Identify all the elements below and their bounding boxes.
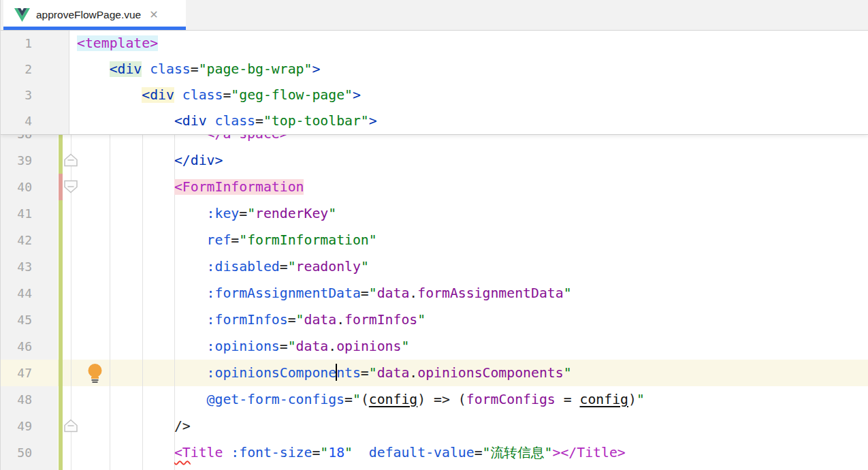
code-token: :font-size (231, 445, 312, 460)
code-token (77, 232, 207, 248)
code-line[interactable]: 40 <FormInformation (1, 174, 868, 200)
line-number[interactable]: 2 (1, 57, 32, 82)
editor-tab-approveflowpage[interactable]: approveFlowPage.vue ✕ (3, 0, 186, 30)
code-line[interactable]: 46 :opinions="data.opinions" (1, 333, 868, 360)
code-token: "formInformation" (239, 232, 376, 248)
code-token: . (336, 312, 344, 328)
code-line[interactable]: 1<template> (1, 31, 868, 57)
code-token: ( (361, 392, 369, 407)
sticky-lines-panel: 1<template>2 <div class="page-bg-wrap">3… (1, 31, 868, 135)
line-number[interactable]: 1 (1, 31, 32, 57)
line-number[interactable]: 38 (1, 135, 32, 147)
code-token: "page-bg-wrap" (199, 61, 312, 77)
code-token: readonly (296, 259, 361, 275)
line-number[interactable]: 44 (1, 280, 32, 307)
code-token: data (377, 365, 410, 381)
line-number[interactable]: 49 (1, 413, 32, 439)
fold-collapse-icon[interactable] (63, 153, 78, 167)
code-token: > (369, 113, 377, 129)
code-token: = (288, 312, 296, 328)
code-token: ref (207, 232, 231, 248)
code-token: " (564, 365, 572, 381)
code-text: <template> (77, 31, 158, 57)
code-line[interactable]: 49 /> (1, 413, 868, 439)
tab-bar: approveFlowPage.vue ✕ (1, 0, 868, 31)
code-token: ( (458, 392, 466, 407)
code-token: = (239, 206, 247, 221)
code-token: = (223, 87, 231, 103)
code-line[interactable]: 38 </a-space> (1, 135, 868, 147)
code-text: <div class="page-bg-wrap"> (77, 57, 320, 82)
editor[interactable]: 38 </a-space>39 </div>40 <FormInformatio… (1, 135, 868, 470)
line-number[interactable]: 39 (1, 147, 32, 174)
line-number[interactable]: 45 (1, 307, 32, 333)
line-number[interactable]: 42 (1, 227, 32, 253)
close-icon[interactable]: ✕ (149, 10, 158, 20)
code-token: > (553, 445, 561, 460)
code-line[interactable]: 45 :formInfos="data.formInfos" (1, 307, 868, 333)
code-token (77, 259, 207, 275)
lightbulb-icon[interactable] (86, 363, 104, 383)
code-token: = (556, 392, 580, 407)
change-strip-deleted (59, 174, 63, 200)
code-token: data (304, 312, 337, 328)
code-token: " (361, 259, 369, 275)
code-text: /> (77, 413, 191, 439)
code-token: " (369, 285, 377, 301)
code-line[interactable]: 44 :formAssignmentData="data.formAssignm… (1, 280, 868, 307)
code-line[interactable]: 4 <div class="top-toolbar"> (1, 108, 868, 134)
code-token: " (564, 285, 572, 301)
code-line[interactable]: 39 </div> (1, 147, 868, 174)
fold-collapse-icon[interactable] (63, 180, 78, 193)
code-token: = (191, 61, 199, 77)
code-line[interactable]: 42 ref="formInformation" (1, 227, 868, 253)
code-token (77, 392, 207, 407)
code-token (77, 135, 207, 142)
code-token (77, 418, 174, 434)
line-number[interactable]: 4 (1, 108, 32, 134)
code-token: formConfigs (466, 392, 556, 407)
code-token: > (353, 87, 361, 103)
vue-logo-icon (14, 8, 30, 22)
code-token: </Title> (560, 445, 625, 460)
code-token: " (344, 445, 353, 460)
line-number[interactable]: 40 (1, 174, 32, 200)
tab-title: approveFlowPage.vue (36, 9, 141, 21)
code-token: " (320, 445, 328, 460)
code-token: :formAssignmentData (207, 285, 361, 301)
code-token: 18 (328, 445, 344, 460)
code-text: ref="formInformation" (77, 227, 377, 253)
code-line[interactable]: 47 :opinionsComponents="data.opinionsCom… (1, 360, 868, 386)
code-line[interactable]: 2 <div class="page-bg-wrap"> (1, 57, 868, 82)
code-token: = (255, 113, 263, 129)
code-line[interactable]: 43 :disabled="readonly" (1, 253, 868, 280)
code-token: default-value (369, 445, 475, 460)
code-text: :formAssignmentData="data.formAssignment… (77, 280, 572, 307)
code-token: = (231, 232, 239, 248)
line-number[interactable]: 43 (1, 253, 32, 280)
code-token (77, 87, 142, 103)
code-token: = (361, 285, 369, 301)
line-number[interactable]: 46 (1, 333, 32, 360)
code-line[interactable]: 3 <div class="geg-flow-page"> (1, 82, 868, 108)
line-number[interactable]: 47 (1, 360, 32, 386)
code-line[interactable]: 48 @get-form-configs="(config) => (formC… (1, 386, 868, 413)
code-token: data (296, 339, 329, 354)
code-token (77, 61, 110, 77)
line-number[interactable]: 50 (1, 439, 32, 466)
fold-collapse-icon[interactable] (63, 419, 78, 433)
code-line[interactable]: 50 <Title :font-size="18" default-value=… (1, 439, 868, 466)
code-token (353, 445, 369, 460)
line-number[interactable]: 41 (1, 200, 32, 227)
code-line[interactable]: 41 :key="renderKey" (1, 200, 868, 227)
code-text: :opinionsComponents="data.opinionsCompon… (77, 360, 572, 386)
code-token (77, 445, 174, 460)
code-token: data (377, 285, 410, 301)
code-token: :opinions (207, 339, 280, 354)
code-token (77, 113, 174, 129)
code-token: " (288, 339, 296, 354)
line-number[interactable]: 3 (1, 82, 32, 108)
code-token: = (344, 392, 353, 407)
line-number[interactable]: 48 (1, 386, 32, 413)
code-token: </div> (174, 153, 223, 168)
